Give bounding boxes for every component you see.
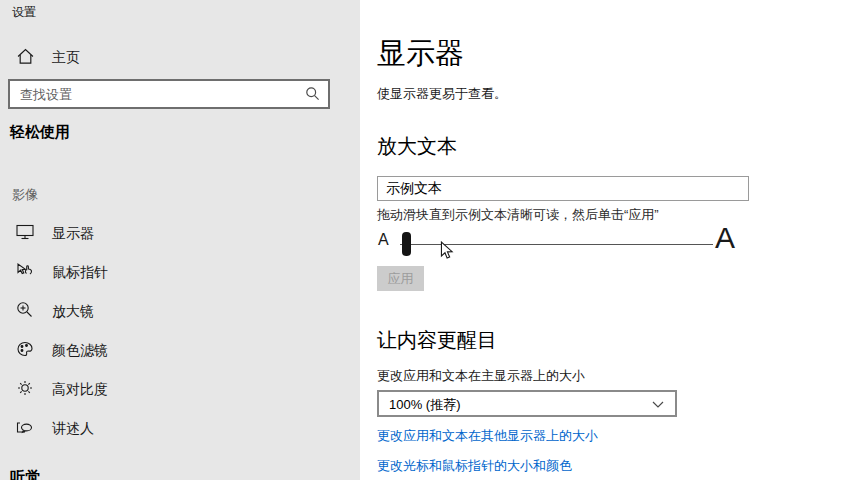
sidebar-item-label: 放大镜 bbox=[52, 303, 94, 321]
sidebar-group-header-vision: 影像 bbox=[12, 186, 38, 204]
sidebar-item-label: 讲述人 bbox=[52, 420, 94, 438]
link-cursor-pointer[interactable]: 更改光标和鼠标指针的大小和颜色 bbox=[377, 457, 572, 475]
sidebar-item-high-contrast[interactable]: 高对比度 bbox=[0, 373, 360, 407]
link-other-displays[interactable]: 更改应用和文本在其他显示器上的大小 bbox=[377, 427, 598, 445]
sample-text-box bbox=[377, 176, 749, 201]
sidebar-group-header-hearing: 听觉 bbox=[10, 468, 40, 480]
make-text-bigger-heading: 放大文本 bbox=[377, 133, 457, 160]
monitor-icon bbox=[16, 223, 34, 241]
sidebar-item-label: 主页 bbox=[52, 49, 80, 67]
search-input[interactable] bbox=[20, 81, 300, 107]
text-size-slider-thumb[interactable] bbox=[402, 232, 411, 256]
settings-window: 设置 主页 轻松使用 影像 bbox=[0, 0, 854, 480]
main-content: 显示器 使显示器更易于查看。 放大文本 拖动滑块直到示例文本清晰可读，然后单击“… bbox=[360, 0, 854, 480]
sidebar-item-color-filters[interactable]: 颜色滤镜 bbox=[0, 334, 360, 368]
text-size-slider-track[interactable] bbox=[400, 244, 713, 245]
make-everything-bigger-heading: 让内容更醒目 bbox=[377, 327, 497, 354]
page-title: 显示器 bbox=[377, 34, 464, 74]
high-contrast-icon bbox=[16, 379, 34, 397]
sidebar-item-magnifier[interactable]: 放大镜 bbox=[0, 295, 360, 329]
narrator-icon bbox=[16, 418, 34, 436]
sidebar-item-label: 鼠标指针 bbox=[52, 264, 108, 282]
sidebar-item-label: 高对比度 bbox=[52, 381, 108, 399]
search-icon[interactable] bbox=[305, 86, 320, 101]
chevron-down-icon bbox=[652, 401, 664, 409]
apply-button[interactable]: 应用 bbox=[377, 266, 424, 291]
sidebar-item-narrator[interactable]: 讲述人 bbox=[0, 412, 360, 446]
sidebar-item-label: 显示器 bbox=[52, 225, 94, 243]
sidebar-item-home[interactable]: 主页 bbox=[0, 44, 360, 74]
sidebar-item-mouse-pointer[interactable]: 鼠标指针 bbox=[0, 256, 360, 290]
color-filter-icon bbox=[16, 340, 34, 358]
scale-dropdown[interactable]: 100% (推荐) bbox=[377, 390, 677, 417]
scale-dropdown-value: 100% (推荐) bbox=[389, 396, 461, 414]
sidebar: 设置 主页 轻松使用 影像 bbox=[0, 0, 360, 480]
page-subtitle: 使显示器更易于查看。 bbox=[377, 85, 507, 103]
scale-dropdown-label: 更改应用和文本在主显示器上的大小 bbox=[377, 367, 585, 385]
sample-text-input[interactable] bbox=[386, 177, 736, 200]
window-title: 设置 bbox=[12, 4, 36, 21]
mouse-pointer-icon bbox=[16, 262, 34, 280]
sidebar-item-label: 颜色滤镜 bbox=[52, 342, 108, 360]
slider-large-a-label: A bbox=[715, 221, 735, 255]
sidebar-section-title: 轻松使用 bbox=[10, 123, 70, 142]
magnifier-icon bbox=[16, 301, 34, 319]
sidebar-item-display[interactable]: 显示器 bbox=[0, 217, 360, 251]
slider-instruction: 拖动滑块直到示例文本清晰可读，然后单击“应用” bbox=[377, 206, 659, 224]
home-icon bbox=[17, 48, 34, 65]
search-box bbox=[8, 79, 330, 109]
slider-small-a-label: A bbox=[378, 231, 389, 249]
